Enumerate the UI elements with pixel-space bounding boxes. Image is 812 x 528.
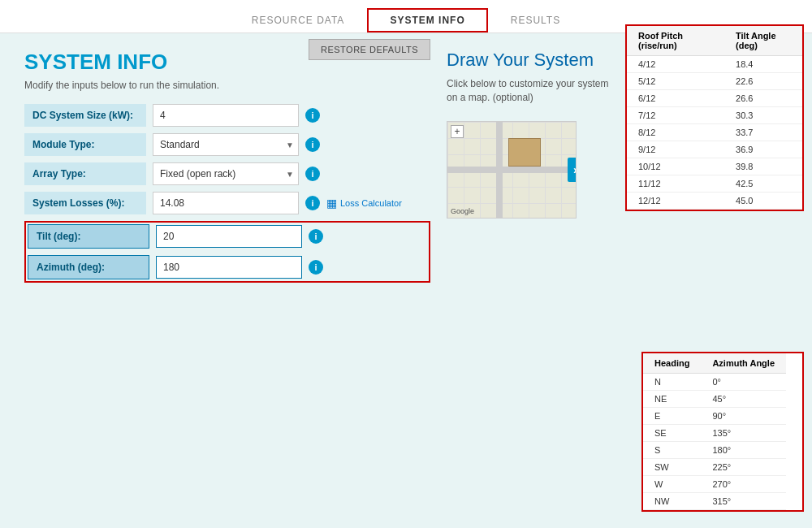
- azimuth-info-icon[interactable]: i: [309, 260, 323, 275]
- map-container[interactable]: + Google »: [447, 121, 577, 219]
- table-row: E90°: [643, 408, 786, 425]
- dc-system-label: DC System Size (kW):: [24, 104, 146, 127]
- table-row: W270°: [643, 476, 786, 493]
- tilt-row: Tilt (deg): i: [28, 224, 427, 249]
- azimuth-table: Heading Azimuth Angle N0°NE45°E90°SE135°…: [641, 352, 804, 512]
- dc-system-info-icon[interactable]: i: [305, 108, 320, 123]
- module-type-label: Module Type:: [24, 133, 146, 156]
- system-losses-label: System Losses (%):: [24, 192, 146, 214]
- angle-value: 39.8: [724, 158, 802, 175]
- azimuth-angle-value: 90°: [701, 408, 786, 425]
- module-type-select-wrapper: Standard Premium Thin Film ▼: [153, 133, 299, 156]
- table-row: SE135°: [643, 425, 786, 442]
- azimuth-row: Azimuth (deg): i: [28, 255, 427, 279]
- tab-resource-data[interactable]: Resource Data: [229, 8, 368, 32]
- tilt-info-icon[interactable]: i: [309, 229, 323, 244]
- table-row: 12/1245.0: [627, 193, 802, 210]
- tilt-label: Tilt (deg):: [28, 224, 149, 249]
- table-row: NW315°: [643, 493, 786, 510]
- map-navigate-arrow[interactable]: »: [568, 158, 577, 182]
- table-row: NE45°: [643, 391, 786, 408]
- table-row: 11/1242.5: [627, 175, 802, 193]
- heading-value: NE: [643, 391, 701, 408]
- azimuth-angle-value: 315°: [701, 493, 786, 510]
- heading-value: S: [643, 442, 701, 459]
- tab-results[interactable]: Results: [488, 8, 583, 32]
- map-road-horizontal: [447, 167, 576, 173]
- azimuth-angle-value: 0°: [701, 374, 786, 391]
- table-row: 5/1222.6: [627, 73, 802, 90]
- loss-calculator-label: Loss Calculator: [340, 198, 402, 208]
- angle-value: 30.3: [724, 107, 802, 124]
- system-losses-input[interactable]: [153, 192, 299, 214]
- pitch-value: 10/12: [627, 158, 724, 175]
- heading-value: NW: [643, 493, 701, 510]
- system-losses-row: System Losses (%): i ▦ Loss Calculator: [24, 192, 430, 214]
- module-type-row: Module Type: Standard Premium Thin Film …: [24, 133, 430, 156]
- left-panel: SYSTEM INFO RESTORE DEFAULTS Modify the …: [24, 50, 430, 504]
- array-type-select-wrapper: Fixed (open rack) Fixed (roof mount) 1-A…: [153, 162, 299, 185]
- table-row: 9/1236.9: [627, 141, 802, 158]
- azimuth-label: Azimuth (deg):: [28, 255, 149, 279]
- table-row: 6/1226.6: [627, 90, 802, 107]
- azimuth-col2-header: Azimuth Angle: [701, 353, 786, 374]
- heading-value: SE: [643, 425, 701, 442]
- map-building: [508, 138, 541, 167]
- tilt-input[interactable]: [156, 225, 302, 248]
- pitch-value: 6/12: [627, 90, 724, 107]
- heading-value: N: [643, 374, 701, 391]
- array-type-info-icon[interactable]: i: [305, 167, 320, 181]
- google-label: Google: [451, 207, 474, 215]
- angle-value: 18.4: [724, 56, 802, 73]
- pitch-value: 12/12: [627, 193, 724, 210]
- heading-value: W: [643, 476, 701, 493]
- angle-value: 26.6: [724, 90, 802, 107]
- array-type-label: Array Type:: [24, 162, 146, 185]
- restore-defaults-button[interactable]: RESTORE DEFAULTS: [309, 39, 430, 60]
- roof-pitch-table: Roof Pitch (rise/run) Tilt Angle (deg) 4…: [625, 24, 804, 211]
- angle-value: 42.5: [724, 175, 802, 193]
- draw-system-title: Draw Your System: [447, 50, 594, 71]
- module-type-select[interactable]: Standard Premium Thin Film: [153, 133, 299, 156]
- azimuth-col1-header: Heading: [643, 353, 701, 374]
- heading-value: E: [643, 408, 701, 425]
- dc-system-input[interactable]: [153, 104, 299, 127]
- azimuth-angle-value: 180°: [701, 442, 786, 459]
- table-row: 4/1218.4: [627, 56, 802, 73]
- heading-value: SW: [643, 459, 701, 476]
- angle-value: 22.6: [724, 73, 802, 90]
- section-subtitle: Modify the inputs below to run the simul…: [24, 80, 430, 91]
- draw-system-subtitle: Click below to customize your system on …: [447, 77, 609, 105]
- azimuth-input[interactable]: [156, 256, 302, 279]
- azimuth-angle-value: 135°: [701, 425, 786, 442]
- table-row: SW225°: [643, 459, 786, 476]
- angle-value: 36.9: [724, 141, 802, 158]
- loss-calculator-link[interactable]: ▦ Loss Calculator: [326, 197, 402, 210]
- pitch-value: 9/12: [627, 141, 724, 158]
- table-row: S180°: [643, 442, 786, 459]
- table-row: 7/1230.3: [627, 107, 802, 124]
- tilt-azimuth-box: Tilt (deg): i Azimuth (deg): i: [24, 221, 430, 283]
- pitch-value: 11/12: [627, 175, 724, 193]
- roof-pitch-col2-header: Tilt Angle (deg): [724, 26, 802, 56]
- angle-value: 33.7: [724, 124, 802, 141]
- pitch-value: 7/12: [627, 107, 724, 124]
- map-zoom-button[interactable]: +: [451, 125, 464, 138]
- array-type-select[interactable]: Fixed (open rack) Fixed (roof mount) 1-A…: [153, 162, 299, 185]
- table-row: N0°: [643, 374, 786, 391]
- pitch-value: 8/12: [627, 124, 724, 141]
- right-panel: Draw Your System Click below to customiz…: [447, 50, 609, 504]
- pitch-value: 5/12: [627, 73, 724, 90]
- table-row: 8/1233.7: [627, 124, 802, 141]
- tab-system-info[interactable]: System Info: [367, 8, 487, 32]
- table-row: 10/1239.8: [627, 158, 802, 175]
- module-type-info-icon[interactable]: i: [305, 137, 320, 152]
- array-type-row: Array Type: Fixed (open rack) Fixed (roo…: [24, 162, 430, 185]
- roof-pitch-col1-header: Roof Pitch (rise/run): [627, 26, 724, 56]
- dc-system-row: DC System Size (kW): i: [24, 104, 430, 127]
- pitch-value: 4/12: [627, 56, 724, 73]
- calculator-icon: ▦: [326, 197, 337, 210]
- map-road-vertical: [496, 122, 503, 218]
- azimuth-angle-value: 45°: [701, 391, 786, 408]
- system-losses-info-icon[interactable]: i: [305, 196, 320, 210]
